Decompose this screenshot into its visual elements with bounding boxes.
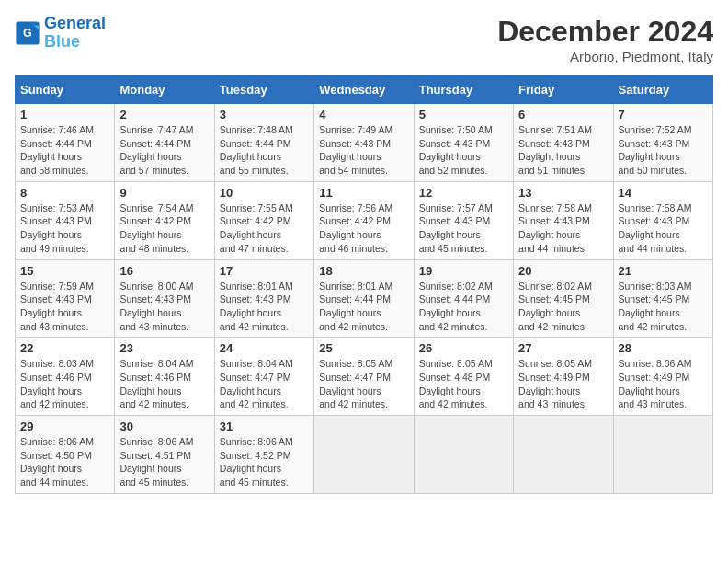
day-number: 11: [319, 186, 408, 200]
day-info: Sunrise: 7:55 AMSunset: 4:42 PMDaylight …: [220, 202, 293, 254]
weekday-header-tuesday: Tuesday: [214, 76, 313, 104]
day-number: 21: [619, 264, 708, 278]
day-number: 3: [220, 108, 309, 121]
day-number: 25: [319, 341, 408, 355]
weekday-header-saturday: Saturday: [613, 76, 712, 104]
weekday-header-monday: Monday: [115, 76, 214, 104]
calendar-cell: 8 Sunrise: 7:53 AMSunset: 4:43 PMDayligh…: [16, 181, 115, 259]
day-number: 19: [419, 264, 508, 278]
calendar-cell: 2 Sunrise: 7:47 AMSunset: 4:44 PMDayligh…: [115, 104, 214, 182]
day-number: 23: [119, 341, 209, 355]
calendar-cell: 23 Sunrise: 8:04 AMSunset: 4:46 PMDaylig…: [115, 338, 214, 416]
svg-text:G: G: [23, 27, 32, 40]
day-number: 14: [619, 186, 708, 200]
calendar-week-2: 8 Sunrise: 7:53 AMSunset: 4:43 PMDayligh…: [16, 181, 713, 259]
day-number: 4: [319, 108, 408, 121]
calendar-cell: [314, 416, 414, 494]
calendar-cell: 22 Sunrise: 8:03 AMSunset: 4:46 PMDaylig…: [16, 338, 115, 416]
day-number: 2: [119, 108, 209, 121]
day-info: Sunrise: 8:01 AMSunset: 4:44 PMDaylight …: [319, 281, 392, 332]
calendar-cell: 29 Sunrise: 8:06 AMSunset: 4:50 PMDaylig…: [16, 416, 115, 494]
month-title: December 2024: [497, 15, 713, 49]
day-number: 31: [220, 419, 309, 433]
logo-icon: G: [15, 20, 40, 46]
calendar-cell: 14 Sunrise: 7:58 AMSunset: 4:43 PMDaylig…: [613, 181, 712, 259]
day-number: 20: [518, 264, 608, 278]
day-info: Sunrise: 8:00 AMSunset: 4:43 PMDaylight …: [119, 281, 193, 332]
calendar-week-1: 1 Sunrise: 7:46 AMSunset: 4:44 PMDayligh…: [16, 104, 713, 182]
weekday-header-wednesday: Wednesday: [314, 76, 414, 104]
calendar-cell: 21 Sunrise: 8:03 AMSunset: 4:45 PMDaylig…: [613, 259, 712, 338]
calendar-cell: 31 Sunrise: 8:06 AMSunset: 4:52 PMDaylig…: [214, 416, 313, 494]
location-subtitle: Arborio, Piedmont, Italy: [497, 49, 713, 64]
title-area: December 2024 Arborio, Piedmont, Italy: [497, 15, 713, 64]
calendar-cell: 15 Sunrise: 7:59 AMSunset: 4:43 PMDaylig…: [16, 259, 115, 338]
day-number: 29: [20, 419, 109, 433]
weekday-header-thursday: Thursday: [414, 76, 513, 104]
day-info: Sunrise: 7:58 AMSunset: 4:43 PMDaylight …: [518, 202, 592, 254]
day-info: Sunrise: 8:03 AMSunset: 4:46 PMDaylight …: [20, 358, 94, 409]
calendar-cell: 16 Sunrise: 8:00 AMSunset: 4:43 PMDaylig…: [115, 259, 214, 338]
day-number: 13: [518, 186, 608, 200]
day-info: Sunrise: 8:06 AMSunset: 4:52 PMDaylight …: [220, 436, 293, 488]
calendar-week-4: 22 Sunrise: 8:03 AMSunset: 4:46 PMDaylig…: [16, 338, 713, 416]
calendar-cell: 1 Sunrise: 7:46 AMSunset: 4:44 PMDayligh…: [16, 104, 115, 182]
calendar-cell: 3 Sunrise: 7:48 AMSunset: 4:44 PMDayligh…: [214, 104, 313, 182]
day-number: 15: [20, 264, 109, 278]
calendar-cell: 20 Sunrise: 8:02 AMSunset: 4:45 PMDaylig…: [514, 259, 613, 338]
calendar-week-3: 15 Sunrise: 7:59 AMSunset: 4:43 PMDaylig…: [16, 259, 713, 338]
day-number: 10: [220, 186, 309, 200]
day-number: 12: [419, 186, 508, 200]
day-info: Sunrise: 8:02 AMSunset: 4:44 PMDaylight …: [419, 281, 493, 332]
day-info: Sunrise: 8:06 AMSunset: 4:49 PMDaylight …: [619, 358, 692, 409]
day-info: Sunrise: 8:04 AMSunset: 4:46 PMDaylight …: [119, 358, 193, 409]
day-info: Sunrise: 7:59 AMSunset: 4:43 PMDaylight …: [20, 281, 94, 332]
calendar-cell: 13 Sunrise: 7:58 AMSunset: 4:43 PMDaylig…: [514, 181, 613, 259]
weekday-header-friday: Friday: [514, 76, 613, 104]
calendar-table: SundayMondayTuesdayWednesdayThursdayFrid…: [15, 75, 713, 494]
day-info: Sunrise: 7:58 AMSunset: 4:43 PMDaylight …: [619, 202, 692, 254]
day-info: Sunrise: 8:06 AMSunset: 4:51 PMDaylight …: [119, 436, 193, 488]
day-info: Sunrise: 8:04 AMSunset: 4:47 PMDaylight …: [220, 358, 293, 409]
calendar-body: 1 Sunrise: 7:46 AMSunset: 4:44 PMDayligh…: [16, 104, 713, 494]
day-number: 16: [119, 264, 209, 278]
calendar-cell: [414, 416, 513, 494]
day-number: 28: [619, 341, 708, 355]
day-info: Sunrise: 7:49 AMSunset: 4:43 PMDaylight …: [319, 124, 392, 176]
weekday-row: SundayMondayTuesdayWednesdayThursdayFrid…: [16, 76, 713, 104]
day-number: 1: [20, 108, 109, 121]
day-info: Sunrise: 7:51 AMSunset: 4:43 PMDaylight …: [518, 124, 592, 176]
calendar-cell: 17 Sunrise: 8:01 AMSunset: 4:43 PMDaylig…: [214, 259, 313, 338]
day-info: Sunrise: 8:01 AMSunset: 4:43 PMDaylight …: [220, 281, 293, 332]
calendar-cell: 7 Sunrise: 7:52 AMSunset: 4:43 PMDayligh…: [613, 104, 712, 182]
calendar-cell: 9 Sunrise: 7:54 AMSunset: 4:42 PMDayligh…: [115, 181, 214, 259]
calendar-cell: 18 Sunrise: 8:01 AMSunset: 4:44 PMDaylig…: [314, 259, 414, 338]
day-info: Sunrise: 7:47 AMSunset: 4:44 PMDaylight …: [119, 124, 193, 176]
calendar-week-5: 29 Sunrise: 8:06 AMSunset: 4:50 PMDaylig…: [16, 416, 713, 494]
day-info: Sunrise: 7:48 AMSunset: 4:44 PMDaylight …: [220, 124, 293, 176]
calendar-cell: 26 Sunrise: 8:05 AMSunset: 4:48 PMDaylig…: [414, 338, 513, 416]
logo: G General Blue: [15, 15, 106, 52]
calendar-cell: 12 Sunrise: 7:57 AMSunset: 4:43 PMDaylig…: [414, 181, 513, 259]
day-info: Sunrise: 8:05 AMSunset: 4:48 PMDaylight …: [419, 358, 493, 409]
day-number: 5: [419, 108, 508, 121]
day-info: Sunrise: 7:52 AMSunset: 4:43 PMDaylight …: [619, 124, 692, 176]
calendar-cell: 19 Sunrise: 8:02 AMSunset: 4:44 PMDaylig…: [414, 259, 513, 338]
day-info: Sunrise: 8:05 AMSunset: 4:47 PMDaylight …: [319, 358, 392, 409]
day-number: 22: [20, 341, 109, 355]
day-number: 9: [119, 186, 209, 200]
day-info: Sunrise: 8:05 AMSunset: 4:49 PMDaylight …: [518, 358, 592, 409]
day-info: Sunrise: 8:02 AMSunset: 4:45 PMDaylight …: [518, 281, 592, 332]
day-info: Sunrise: 7:57 AMSunset: 4:43 PMDaylight …: [419, 202, 493, 254]
page-header: G General Blue December 2024 Arborio, Pi…: [15, 15, 713, 64]
day-number: 26: [419, 341, 508, 355]
day-number: 18: [319, 264, 408, 278]
day-info: Sunrise: 7:56 AMSunset: 4:42 PMDaylight …: [319, 202, 392, 254]
calendar-header: SundayMondayTuesdayWednesdayThursdayFrid…: [16, 76, 713, 104]
calendar-cell: 25 Sunrise: 8:05 AMSunset: 4:47 PMDaylig…: [314, 338, 414, 416]
day-number: 8: [20, 186, 109, 200]
calendar-cell: [613, 416, 712, 494]
day-number: 7: [619, 108, 708, 121]
day-info: Sunrise: 7:50 AMSunset: 4:43 PMDaylight …: [419, 124, 493, 176]
weekday-header-sunday: Sunday: [16, 76, 115, 104]
